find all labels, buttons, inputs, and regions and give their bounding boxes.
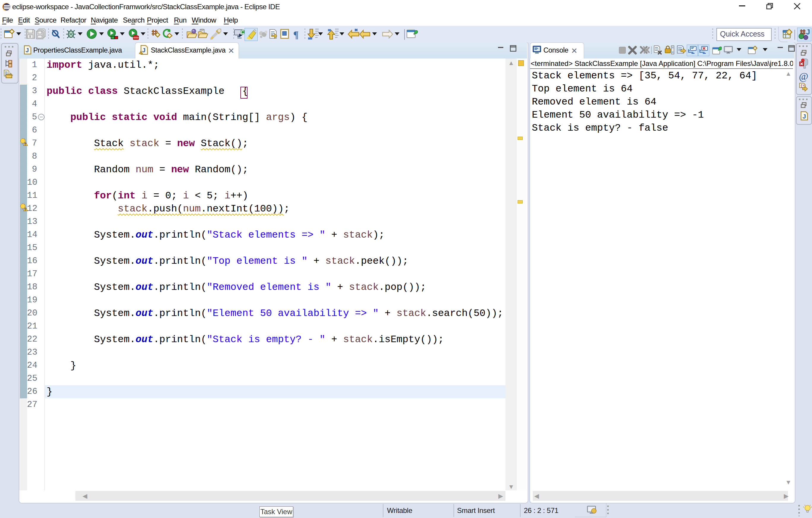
svg-text:J: J: [803, 113, 806, 120]
svg-text:J: J: [806, 28, 810, 36]
svg-text:{=: {=: [801, 84, 805, 88]
svg-text:J: J: [142, 47, 145, 53]
svg-text:J: J: [26, 47, 29, 53]
